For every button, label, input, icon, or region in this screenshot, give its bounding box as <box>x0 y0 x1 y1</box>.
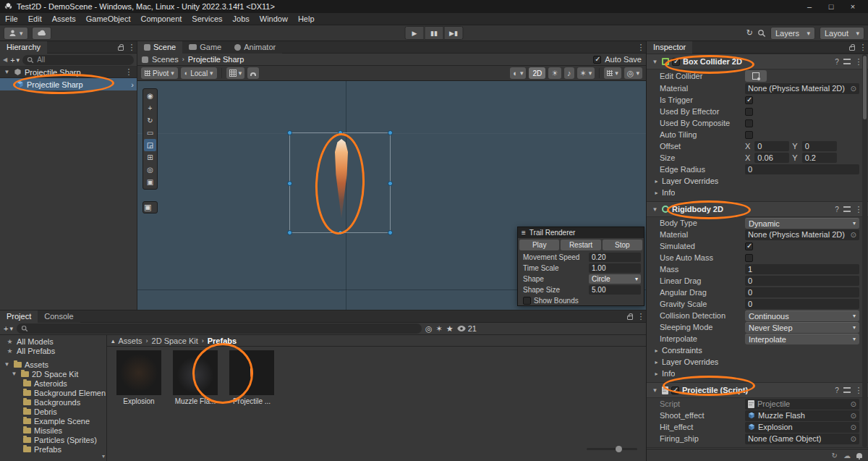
object-picker-icon[interactable]: ⊙ <box>851 400 856 408</box>
help-icon[interactable]: ? <box>833 386 841 394</box>
foldout-open-icon[interactable]: ▼ <box>10 371 18 377</box>
angular-drag-field[interactable]: 0 <box>745 287 859 297</box>
foldout-open-icon[interactable]: ▼ <box>651 387 659 394</box>
asset-item-projectile[interactable]: Projectile ... <box>229 350 275 405</box>
offset-y-field[interactable]: 0 <box>802 141 837 151</box>
maximize-button[interactable]: □ <box>820 0 842 13</box>
object-picker-icon[interactable]: ⊙ <box>851 231 856 239</box>
selection-handle[interactable] <box>388 130 393 135</box>
shoot-effect-object-field[interactable]: Muzzle Flash⊙ <box>745 410 859 421</box>
tab-console[interactable]: Console <box>38 310 80 323</box>
view-tool-button[interactable]: ◉ <box>144 90 156 102</box>
material-object-field[interactable]: None (Physics Material 2D)⊙ <box>745 229 859 240</box>
tree-item-background-elements[interactable]: Background Elemen <box>0 388 106 397</box>
tab-scene[interactable]: Scene <box>137 41 182 54</box>
cloud-status-icon[interactable]: ☁ <box>843 452 851 460</box>
menu-services[interactable]: Services <box>187 13 227 25</box>
size-y-field[interactable]: 0.2 <box>802 153 837 163</box>
script-object-field[interactable]: Projectile⊙ <box>745 399 859 410</box>
tab-project[interactable]: Project <box>0 310 38 323</box>
layer-overrides-foldout[interactable]: ▸ Layer Overrides <box>647 356 868 368</box>
info-foldout[interactable]: ▸ Info <box>647 187 868 198</box>
lock-icon[interactable] <box>627 316 633 320</box>
use-auto-mass-checkbox[interactable] <box>745 254 753 262</box>
gravity-scale-field[interactable]: 0 <box>745 299 859 309</box>
hierarchy-search-input[interactable]: All <box>22 55 134 65</box>
layer-overrides-foldout[interactable]: ▸ Layer Overrides <box>647 175 868 187</box>
save-search-star-icon[interactable]: ★ <box>446 324 454 334</box>
pivot-dropdown[interactable]: Pivot ▾ <box>141 67 178 79</box>
tree-item-prefabs[interactable]: Prefabs <box>0 444 106 454</box>
mass-field[interactable]: 1 <box>745 264 859 274</box>
collision-detection-dropdown[interactable]: Continuous▾ <box>745 310 859 321</box>
inspector-menu-icon[interactable]: ⋮ <box>858 43 868 52</box>
effects-dropdown[interactable]: ✶ ▾ <box>577 67 595 79</box>
tree-item-2d-space-kit[interactable]: ▼ 2D Space Kit <box>0 369 106 378</box>
trail-play-button[interactable]: Play <box>519 240 559 250</box>
rotate-tool-button[interactable]: ↻ <box>144 114 156 127</box>
asset-item-muzzle-flash[interactable]: Muzzle Fla... <box>172 350 218 405</box>
tab-inspector[interactable]: Inspector <box>647 41 692 54</box>
scene-row-menu-icon[interactable]: ⋮ <box>124 67 134 77</box>
presets-icon[interactable] <box>843 59 851 64</box>
selection-handle[interactable] <box>287 130 292 135</box>
tree-item-example-scene[interactable]: Example Scene <box>0 416 106 426</box>
slider-knob[interactable] <box>616 446 622 452</box>
project-search-input[interactable] <box>17 323 422 334</box>
scale-tool-button[interactable]: ◲ <box>144 139 156 151</box>
menu-help[interactable]: Help <box>293 13 320 25</box>
menu-jobs[interactable]: Jobs <box>228 13 255 25</box>
scrollbar-thumb[interactable] <box>863 56 867 119</box>
constraints-foldout[interactable]: ▸ Constraints <box>647 344 868 356</box>
selection-handle[interactable] <box>388 230 393 235</box>
close-button[interactable]: × <box>842 0 864 13</box>
help-icon[interactable]: ? <box>833 206 841 213</box>
selection-handle[interactable] <box>338 230 343 235</box>
snap-settings-button[interactable] <box>247 67 259 79</box>
hierarchy-menu-icon[interactable]: ⋮ <box>127 43 137 52</box>
lock-icon[interactable] <box>849 46 855 51</box>
is-trigger-checkbox[interactable] <box>745 96 753 104</box>
pause-button[interactable]: ▮▮ <box>425 26 444 40</box>
auto-tiling-checkbox[interactable] <box>745 131 753 139</box>
edit-collider-tool-button[interactable]: ▣ <box>144 203 156 212</box>
play-button[interactable]: ▶ <box>405 26 425 40</box>
selection-handle[interactable] <box>388 181 393 186</box>
show-bounds-checkbox[interactable] <box>523 297 531 305</box>
breadcrumb-prefab[interactable]: Projectile Sharp <box>188 55 244 64</box>
hierarchy-scene-row[interactable]: ▼ Projectile Sharp ⋮ <box>0 67 137 78</box>
interpolate-dropdown[interactable]: Interpolate▾ <box>745 334 859 344</box>
favorite-all-prefabs[interactable]: ★ All Prefabs <box>0 346 106 355</box>
hit-effect-object-field[interactable]: Explosion⊙ <box>745 422 859 433</box>
activity-spinner-icon[interactable]: ↻ <box>832 452 838 460</box>
foldout-open-icon[interactable]: ▼ <box>3 361 11 368</box>
search-by-type-icon[interactable]: ◎ <box>425 324 433 334</box>
object-picker-icon[interactable]: ⊙ <box>851 412 856 420</box>
auto-save-checkbox[interactable] <box>593 56 601 64</box>
cloud-button[interactable] <box>32 27 51 40</box>
tab-game[interactable]: Game <box>182 41 228 54</box>
search-icon[interactable] <box>757 29 766 38</box>
tree-item-debris[interactable]: Debris <box>0 407 106 416</box>
edit-collider-button[interactable] <box>745 70 767 82</box>
edge-radius-field[interactable]: 0 <box>745 164 859 174</box>
auto-save-toggle[interactable]: Auto Save <box>593 55 642 64</box>
menu-edit[interactable]: Edit <box>23 13 47 25</box>
2d-mode-button[interactable]: 2D <box>529 67 545 79</box>
available-tools-button[interactable]: ▣ <box>144 176 156 188</box>
foldout-open-icon[interactable]: ▼ <box>3 69 11 75</box>
menu-component[interactable]: Component <box>135 13 187 25</box>
presets-icon[interactable] <box>843 206 851 212</box>
shape-dropdown[interactable]: Circle▾ <box>589 274 641 284</box>
layers-dropdown[interactable]: Layers ▾ <box>770 27 815 40</box>
breadcrumb-prefabs[interactable]: Prefabs <box>208 337 237 345</box>
simulated-checkbox[interactable] <box>745 242 753 250</box>
draw-mode-dropdown[interactable]: ◐ ▾ <box>510 67 526 79</box>
inspector-scrollbar[interactable] <box>862 54 867 447</box>
scene-menu-icon[interactable]: ⋮ <box>636 43 646 52</box>
trail-stop-button[interactable]: Stop <box>603 240 642 250</box>
transform-tool-button[interactable]: ⊞ <box>144 151 156 164</box>
audio-toggle[interactable]: ♪ <box>564 67 574 79</box>
asset-item-explosion[interactable]: Explosion <box>116 350 162 405</box>
info-foldout[interactable]: ▸ Info <box>647 368 868 379</box>
